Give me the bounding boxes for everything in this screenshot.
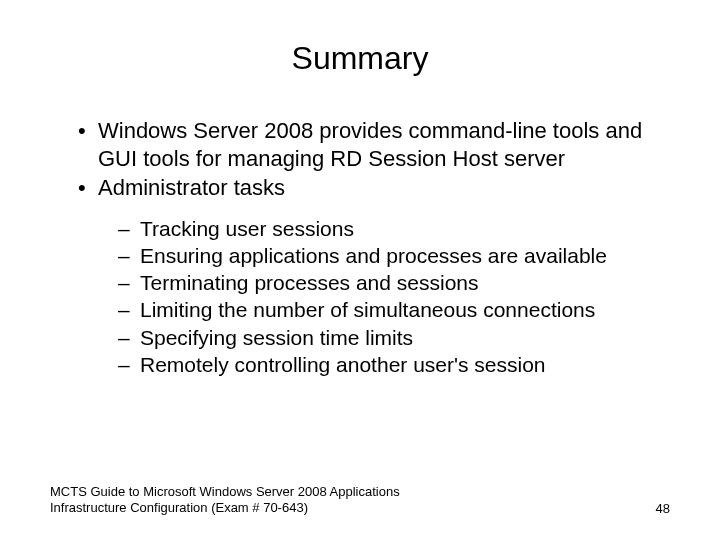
- main-bullet-list: Windows Server 2008 provides command-lin…: [50, 117, 670, 202]
- sub-bullet-item: Ensuring applications and processes are …: [118, 243, 670, 269]
- bullet-item: Windows Server 2008 provides command-lin…: [78, 117, 670, 172]
- slide-footer: MCTS Guide to Microsoft Windows Server 2…: [50, 484, 670, 517]
- footer-source: MCTS Guide to Microsoft Windows Server 2…: [50, 484, 450, 517]
- sub-bullet-list: Tracking user sessions Ensuring applicat…: [50, 216, 670, 379]
- bullet-item: Administrator tasks: [78, 174, 670, 202]
- page-number: 48: [656, 501, 670, 516]
- sub-bullet-item: Tracking user sessions: [118, 216, 670, 242]
- sub-bullet-item: Terminating processes and sessions: [118, 270, 670, 296]
- sub-bullet-item: Specifying session time limits: [118, 325, 670, 351]
- sub-bullet-item: Limiting the number of simultaneous conn…: [118, 297, 670, 323]
- sub-bullet-item: Remotely controlling another user's sess…: [118, 352, 670, 378]
- slide-title: Summary: [50, 40, 670, 77]
